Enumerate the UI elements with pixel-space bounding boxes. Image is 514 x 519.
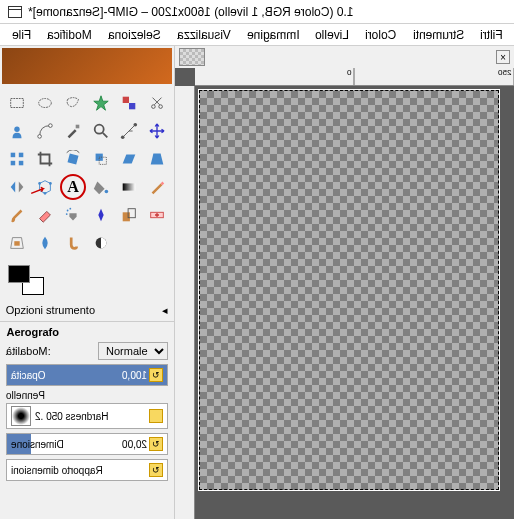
brush-preview-icon [11, 406, 31, 426]
paths-tool[interactable] [32, 118, 58, 144]
fg-bg-color-swatch[interactable] [8, 265, 44, 295]
svg-rect-13 [11, 153, 16, 158]
free-select-tool[interactable] [60, 90, 86, 116]
svg-point-1 [39, 99, 52, 108]
crop-tool[interactable] [32, 146, 58, 172]
svg-point-7 [38, 135, 42, 139]
size-reset-icon[interactable]: ↺ [149, 437, 163, 451]
opacity-slider[interactable]: Opacità 100,0 ↺ [6, 364, 168, 386]
svg-text:A: A [67, 178, 79, 196]
aspect-slider[interactable]: Rapporto dimensioni ↺ [6, 459, 168, 481]
svg-rect-15 [11, 161, 16, 166]
ruler-mark: 250 [355, 68, 515, 85]
aspect-reset-icon[interactable]: ↺ [149, 463, 163, 477]
heal-tool[interactable] [144, 202, 170, 228]
dodge-burn-tool[interactable] [88, 230, 114, 256]
svg-point-27 [69, 208, 71, 210]
active-tool-name: Aerografo [6, 326, 59, 338]
tool-options-header: Opzioni strumento ◂ [0, 300, 174, 322]
ellipse-select-tool[interactable] [32, 90, 58, 116]
paintbrush-tool[interactable] [4, 202, 30, 228]
gimp-logo [2, 48, 172, 84]
zoom-tool[interactable] [88, 118, 114, 144]
size-slider[interactable]: Dimensione 20,00 ↺ [6, 433, 168, 455]
menu-visualizza[interactable]: Visualizza [169, 28, 239, 42]
svg-point-20 [38, 182, 41, 185]
foreground-color-swatch[interactable] [8, 265, 30, 283]
mode-select[interactable]: Normale [98, 342, 168, 360]
brush-section-label: Pennello [6, 390, 168, 401]
rotate-tool[interactable] [60, 146, 86, 172]
brush-edit-icon[interactable] [149, 409, 163, 423]
perspective-tool[interactable] [144, 146, 170, 172]
image-tab-strip: × [175, 46, 514, 68]
scale-tool[interactable] [88, 146, 114, 172]
opacity-reset-icon[interactable]: ↺ [149, 368, 163, 382]
eraser-tool[interactable] [32, 202, 58, 228]
perspective-clone-tool[interactable] [4, 230, 30, 256]
menu-colori[interactable]: Colori [357, 28, 404, 42]
bucket-fill-tool[interactable] [88, 174, 114, 200]
close-tab-icon[interactable]: × [496, 50, 510, 64]
menu-modifica[interactable]: Modifica [39, 28, 100, 42]
tool-options-panel: Aerografo Modalità: Normale Opacità 100,… [0, 322, 174, 519]
svg-point-10 [95, 125, 104, 134]
blur-tool[interactable] [32, 230, 58, 256]
opacity-label: Opacità [11, 370, 122, 381]
svg-point-26 [67, 210, 69, 212]
menu-finestre[interactable]: Finestre [511, 28, 514, 42]
blend-tool[interactable] [116, 174, 142, 200]
svg-point-28 [66, 213, 68, 215]
shear-tool[interactable] [116, 146, 142, 172]
flip-tool[interactable] [4, 174, 30, 200]
brush-name: 2. Hardness 050 [35, 411, 145, 422]
airbrush-tool[interactable] [60, 202, 86, 228]
toolbox-grid: A [0, 86, 174, 260]
aspect-label: Rapporto dimensioni [11, 465, 147, 476]
svg-rect-32 [14, 241, 19, 246]
clone-tool[interactable] [116, 202, 142, 228]
menu-strumenti[interactable]: Strumenti [405, 28, 472, 42]
svg-point-24 [105, 190, 109, 194]
opacity-value: 100,0 [122, 370, 147, 381]
smudge-tool[interactable] [60, 230, 86, 256]
svg-rect-3 [129, 103, 135, 109]
menu-file[interactable]: File [4, 28, 39, 42]
color-picker-tool[interactable] [60, 118, 86, 144]
window-title: *[Senzanome]-1.0 (Colore RGB, 1 livello)… [28, 5, 354, 19]
menu-immagine[interactable]: Immagine [239, 28, 308, 42]
svg-point-12 [134, 123, 138, 127]
svg-rect-17 [67, 153, 78, 164]
size-value: 20,00 [122, 439, 147, 450]
svg-point-5 [159, 105, 163, 109]
ink-tool[interactable] [88, 202, 114, 228]
align-tool[interactable] [4, 146, 30, 172]
brush-selector[interactable]: 2. Hardness 050 [6, 403, 168, 429]
rect-select-tool[interactable] [4, 90, 30, 116]
horizontal-ruler: 0 250 [195, 68, 514, 86]
svg-point-11 [121, 136, 125, 140]
image-canvas[interactable] [199, 90, 499, 490]
move-tool[interactable] [144, 118, 170, 144]
cage-tool[interactable] [32, 174, 58, 200]
menu-livello[interactable]: Livello [307, 28, 357, 42]
tool-options-title: Opzioni strumento [6, 304, 95, 317]
menu-filtri[interactable]: Filtri [472, 28, 511, 42]
pencil-tool[interactable] [144, 174, 170, 200]
fuzzy-select-tool[interactable] [88, 90, 114, 116]
scissors-tool[interactable] [144, 90, 170, 116]
svg-rect-29 [123, 212, 130, 221]
dock-menu-icon[interactable]: ◂ [162, 304, 168, 317]
image-tab-thumbnail[interactable] [179, 48, 205, 66]
menu-seleziona[interactable]: Seleziona [100, 28, 169, 42]
svg-rect-2 [123, 97, 129, 103]
foreground-select-tool[interactable] [4, 118, 30, 144]
svg-point-6 [14, 127, 19, 132]
text-tool[interactable]: A [60, 174, 86, 200]
svg-point-22 [44, 192, 47, 195]
svg-rect-16 [19, 161, 24, 166]
main-menubar: File Modifica Seleziona Visualizza Immag… [0, 24, 514, 46]
ruler-mark: 0 [195, 68, 355, 85]
color-select-tool[interactable] [116, 90, 142, 116]
measure-tool[interactable] [116, 118, 142, 144]
